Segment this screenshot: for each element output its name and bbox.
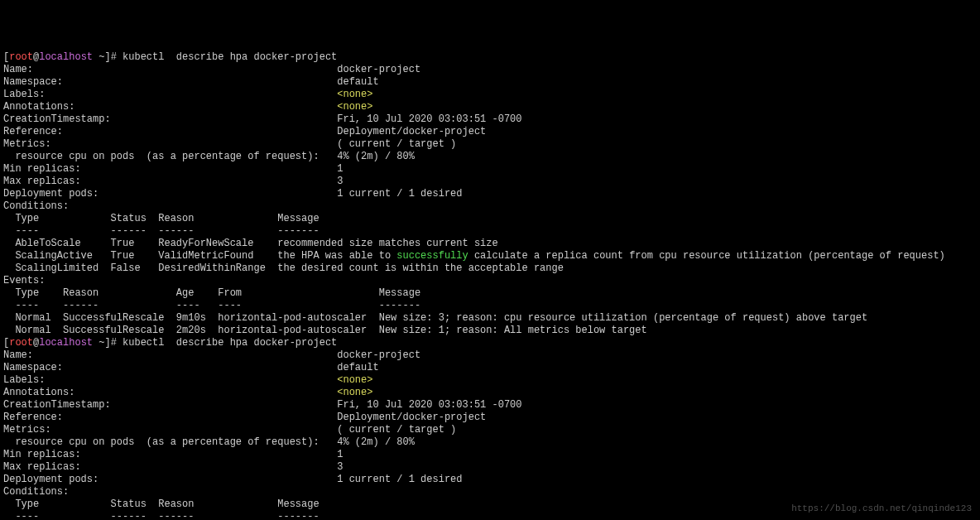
terminal[interactable]: [root@localhost ~]# kubectl describe hpa… — [3, 51, 977, 520]
watermark: https://blog.csdn.net/qinqinde123 — [791, 503, 972, 515]
